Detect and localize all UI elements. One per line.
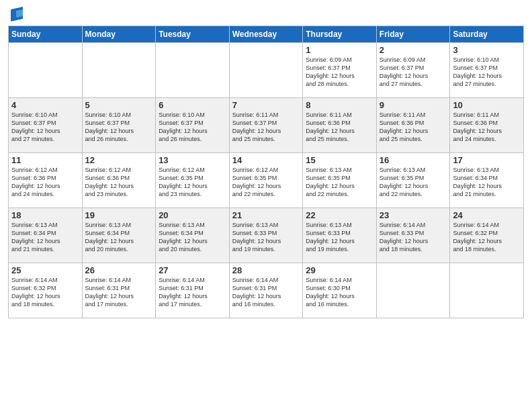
day-number: 25 xyxy=(11,265,79,275)
weekday-header-sunday: Sunday xyxy=(9,26,83,43)
day-number: 2 xyxy=(380,45,447,55)
day-number: 26 xyxy=(85,265,153,275)
calendar-cell: 19Sunrise: 6:13 AM Sunset: 6:34 PM Dayli… xyxy=(82,208,156,263)
calendar-cell: 27Sunrise: 6:14 AM Sunset: 6:31 PM Dayli… xyxy=(156,263,230,318)
day-number: 10 xyxy=(453,100,521,110)
day-number: 4 xyxy=(11,100,79,110)
day-info: Sunrise: 6:13 AM Sunset: 6:34 PM Dayligh… xyxy=(85,221,153,254)
weekday-header-wednesday: Wednesday xyxy=(229,26,303,43)
weekday-header-monday: Monday xyxy=(82,26,156,43)
day-info: Sunrise: 6:10 AM Sunset: 6:37 PM Dayligh… xyxy=(11,111,79,144)
day-info: Sunrise: 6:11 AM Sunset: 6:36 PM Dayligh… xyxy=(306,111,373,144)
calendar-week-3: 11Sunrise: 6:12 AM Sunset: 6:36 PM Dayli… xyxy=(9,153,524,208)
svg-marker-1 xyxy=(16,9,23,17)
calendar-cell xyxy=(9,43,83,98)
calendar-cell: 3Sunrise: 6:10 AM Sunset: 6:37 PM Daylig… xyxy=(450,43,524,98)
calendar-cell: 26Sunrise: 6:14 AM Sunset: 6:31 PM Dayli… xyxy=(82,263,156,318)
day-info: Sunrise: 6:14 AM Sunset: 6:31 PM Dayligh… xyxy=(85,276,153,309)
calendar-cell xyxy=(376,263,450,318)
day-info: Sunrise: 6:12 AM Sunset: 6:35 PM Dayligh… xyxy=(159,166,226,199)
day-info: Sunrise: 6:11 AM Sunset: 6:36 PM Dayligh… xyxy=(380,111,447,144)
calendar-cell: 16Sunrise: 6:13 AM Sunset: 6:35 PM Dayli… xyxy=(376,153,450,208)
calendar-cell xyxy=(82,43,156,98)
calendar-table: SundayMondayTuesdayWednesdayThursdayFrid… xyxy=(8,26,524,318)
weekday-header-friday: Friday xyxy=(376,26,450,43)
calendar-cell: 29Sunrise: 6:14 AM Sunset: 6:30 PM Dayli… xyxy=(303,263,377,318)
calendar-cell: 20Sunrise: 6:13 AM Sunset: 6:34 PM Dayli… xyxy=(156,208,230,263)
header xyxy=(8,7,524,21)
day-info: Sunrise: 6:14 AM Sunset: 6:32 PM Dayligh… xyxy=(453,221,521,254)
day-info: Sunrise: 6:13 AM Sunset: 6:34 PM Dayligh… xyxy=(159,221,226,254)
calendar-week-4: 18Sunrise: 6:13 AM Sunset: 6:34 PM Dayli… xyxy=(9,208,524,263)
logo xyxy=(8,7,23,21)
day-info: Sunrise: 6:12 AM Sunset: 6:35 PM Dayligh… xyxy=(232,166,300,199)
day-info: Sunrise: 6:14 AM Sunset: 6:32 PM Dayligh… xyxy=(11,276,79,309)
day-info: Sunrise: 6:13 AM Sunset: 6:33 PM Dayligh… xyxy=(306,221,373,254)
day-number: 17 xyxy=(453,155,521,165)
day-number: 13 xyxy=(159,155,226,165)
calendar-cell xyxy=(156,43,230,98)
calendar-cell: 6Sunrise: 6:10 AM Sunset: 6:37 PM Daylig… xyxy=(156,98,230,153)
day-number: 27 xyxy=(159,265,226,275)
calendar-cell: 28Sunrise: 6:14 AM Sunset: 6:31 PM Dayli… xyxy=(229,263,303,318)
day-number: 12 xyxy=(85,155,153,165)
day-number: 19 xyxy=(85,210,153,220)
calendar-cell: 23Sunrise: 6:14 AM Sunset: 6:33 PM Dayli… xyxy=(376,208,450,263)
day-number: 24 xyxy=(453,210,521,220)
calendar-cell: 12Sunrise: 6:12 AM Sunset: 6:36 PM Dayli… xyxy=(82,153,156,208)
calendar-cell: 2Sunrise: 6:09 AM Sunset: 6:37 PM Daylig… xyxy=(376,43,450,98)
day-number: 3 xyxy=(453,45,521,55)
calendar-cell: 21Sunrise: 6:13 AM Sunset: 6:33 PM Dayli… xyxy=(229,208,303,263)
day-number: 20 xyxy=(159,210,226,220)
day-info: Sunrise: 6:13 AM Sunset: 6:35 PM Dayligh… xyxy=(306,166,373,199)
calendar-cell: 25Sunrise: 6:14 AM Sunset: 6:32 PM Dayli… xyxy=(9,263,83,318)
calendar-cell: 7Sunrise: 6:11 AM Sunset: 6:37 PM Daylig… xyxy=(229,98,303,153)
calendar-week-1: 1Sunrise: 6:09 AM Sunset: 6:37 PM Daylig… xyxy=(9,43,524,98)
calendar-cell: 14Sunrise: 6:12 AM Sunset: 6:35 PM Dayli… xyxy=(229,153,303,208)
day-info: Sunrise: 6:12 AM Sunset: 6:36 PM Dayligh… xyxy=(85,166,153,199)
calendar-cell: 18Sunrise: 6:13 AM Sunset: 6:34 PM Dayli… xyxy=(9,208,83,263)
day-info: Sunrise: 6:10 AM Sunset: 6:37 PM Dayligh… xyxy=(453,56,521,89)
calendar-cell: 8Sunrise: 6:11 AM Sunset: 6:36 PM Daylig… xyxy=(303,98,377,153)
calendar-cell: 13Sunrise: 6:12 AM Sunset: 6:35 PM Dayli… xyxy=(156,153,230,208)
weekday-header-saturday: Saturday xyxy=(450,26,524,43)
day-info: Sunrise: 6:13 AM Sunset: 6:35 PM Dayligh… xyxy=(380,166,447,199)
day-number: 7 xyxy=(232,100,300,110)
day-number: 11 xyxy=(11,155,79,165)
calendar-cell: 10Sunrise: 6:11 AM Sunset: 6:36 PM Dayli… xyxy=(450,98,524,153)
day-number: 14 xyxy=(232,155,300,165)
day-info: Sunrise: 6:10 AM Sunset: 6:37 PM Dayligh… xyxy=(85,111,153,144)
day-info: Sunrise: 6:12 AM Sunset: 6:36 PM Dayligh… xyxy=(11,166,79,199)
day-info: Sunrise: 6:13 AM Sunset: 6:34 PM Dayligh… xyxy=(11,221,79,254)
day-number: 18 xyxy=(11,210,79,220)
day-info: Sunrise: 6:10 AM Sunset: 6:37 PM Dayligh… xyxy=(159,111,226,144)
day-number: 6 xyxy=(159,100,226,110)
calendar-cell: 17Sunrise: 6:13 AM Sunset: 6:34 PM Dayli… xyxy=(450,153,524,208)
day-number: 15 xyxy=(306,155,373,165)
calendar-week-2: 4Sunrise: 6:10 AM Sunset: 6:37 PM Daylig… xyxy=(9,98,524,153)
calendar-cell xyxy=(229,43,303,98)
calendar-cell: 9Sunrise: 6:11 AM Sunset: 6:36 PM Daylig… xyxy=(376,98,450,153)
day-number: 5 xyxy=(85,100,153,110)
day-number: 9 xyxy=(380,100,447,110)
calendar-cell: 24Sunrise: 6:14 AM Sunset: 6:32 PM Dayli… xyxy=(450,208,524,263)
calendar-cell: 5Sunrise: 6:10 AM Sunset: 6:37 PM Daylig… xyxy=(82,98,156,153)
calendar-cell: 15Sunrise: 6:13 AM Sunset: 6:35 PM Dayli… xyxy=(303,153,377,208)
calendar-cell: 11Sunrise: 6:12 AM Sunset: 6:36 PM Dayli… xyxy=(9,153,83,208)
page-container: SundayMondayTuesdayWednesdayThursdayFrid… xyxy=(0,0,532,324)
day-number: 22 xyxy=(306,210,373,220)
day-info: Sunrise: 6:14 AM Sunset: 6:31 PM Dayligh… xyxy=(232,276,300,309)
day-number: 21 xyxy=(232,210,300,220)
calendar-cell: 1Sunrise: 6:09 AM Sunset: 6:37 PM Daylig… xyxy=(303,43,377,98)
day-info: Sunrise: 6:11 AM Sunset: 6:37 PM Dayligh… xyxy=(232,111,300,144)
day-info: Sunrise: 6:14 AM Sunset: 6:33 PM Dayligh… xyxy=(380,221,447,254)
day-info: Sunrise: 6:09 AM Sunset: 6:37 PM Dayligh… xyxy=(380,56,447,89)
calendar-week-5: 25Sunrise: 6:14 AM Sunset: 6:32 PM Dayli… xyxy=(9,263,524,318)
calendar-cell: 4Sunrise: 6:10 AM Sunset: 6:37 PM Daylig… xyxy=(9,98,83,153)
weekday-header-tuesday: Tuesday xyxy=(156,26,230,43)
day-info: Sunrise: 6:14 AM Sunset: 6:30 PM Dayligh… xyxy=(306,276,373,309)
day-number: 29 xyxy=(306,265,373,275)
weekday-header-thursday: Thursday xyxy=(303,26,377,43)
day-info: Sunrise: 6:14 AM Sunset: 6:31 PM Dayligh… xyxy=(159,276,226,309)
day-info: Sunrise: 6:13 AM Sunset: 6:34 PM Dayligh… xyxy=(453,166,521,199)
